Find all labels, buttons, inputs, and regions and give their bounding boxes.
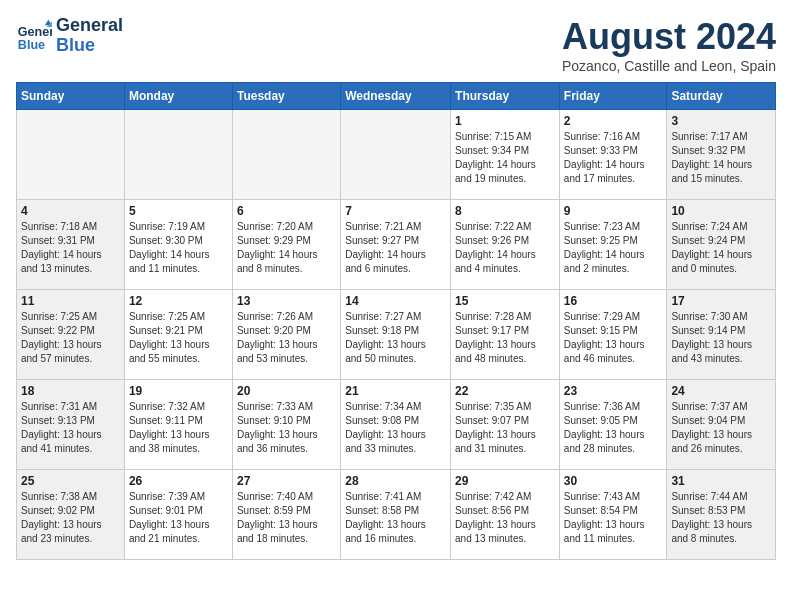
- weekday-header: Friday: [559, 83, 667, 110]
- day-info: Sunrise: 7:37 AM Sunset: 9:04 PM Dayligh…: [671, 400, 771, 456]
- calendar-cell: 25Sunrise: 7:38 AM Sunset: 9:02 PM Dayli…: [17, 470, 125, 560]
- calendar-cell: 21Sunrise: 7:34 AM Sunset: 9:08 PM Dayli…: [341, 380, 451, 470]
- day-number: 2: [564, 114, 663, 128]
- day-number: 1: [455, 114, 555, 128]
- day-number: 7: [345, 204, 446, 218]
- day-number: 12: [129, 294, 228, 308]
- calendar-cell: 4Sunrise: 7:18 AM Sunset: 9:31 PM Daylig…: [17, 200, 125, 290]
- day-number: 3: [671, 114, 771, 128]
- day-info: Sunrise: 7:17 AM Sunset: 9:32 PM Dayligh…: [671, 130, 771, 186]
- logo: General Blue General Blue: [16, 16, 123, 56]
- calendar-week-row: 25Sunrise: 7:38 AM Sunset: 9:02 PM Dayli…: [17, 470, 776, 560]
- day-info: Sunrise: 7:18 AM Sunset: 9:31 PM Dayligh…: [21, 220, 120, 276]
- day-number: 25: [21, 474, 120, 488]
- calendar-cell: 8Sunrise: 7:22 AM Sunset: 9:26 PM Daylig…: [451, 200, 560, 290]
- day-info: Sunrise: 7:42 AM Sunset: 8:56 PM Dayligh…: [455, 490, 555, 546]
- day-info: Sunrise: 7:23 AM Sunset: 9:25 PM Dayligh…: [564, 220, 663, 276]
- day-info: Sunrise: 7:34 AM Sunset: 9:08 PM Dayligh…: [345, 400, 446, 456]
- calendar-cell: 28Sunrise: 7:41 AM Sunset: 8:58 PM Dayli…: [341, 470, 451, 560]
- day-info: Sunrise: 7:20 AM Sunset: 9:29 PM Dayligh…: [237, 220, 336, 276]
- day-number: 6: [237, 204, 336, 218]
- weekday-header: Sunday: [17, 83, 125, 110]
- day-info: Sunrise: 7:41 AM Sunset: 8:58 PM Dayligh…: [345, 490, 446, 546]
- day-number: 9: [564, 204, 663, 218]
- day-info: Sunrise: 7:26 AM Sunset: 9:20 PM Dayligh…: [237, 310, 336, 366]
- day-info: Sunrise: 7:29 AM Sunset: 9:15 PM Dayligh…: [564, 310, 663, 366]
- day-number: 17: [671, 294, 771, 308]
- day-number: 5: [129, 204, 228, 218]
- calendar-cell: 7Sunrise: 7:21 AM Sunset: 9:27 PM Daylig…: [341, 200, 451, 290]
- day-info: Sunrise: 7:31 AM Sunset: 9:13 PM Dayligh…: [21, 400, 120, 456]
- calendar-cell: 27Sunrise: 7:40 AM Sunset: 8:59 PM Dayli…: [232, 470, 340, 560]
- day-number: 24: [671, 384, 771, 398]
- day-info: Sunrise: 7:36 AM Sunset: 9:05 PM Dayligh…: [564, 400, 663, 456]
- calendar-cell: 29Sunrise: 7:42 AM Sunset: 8:56 PM Dayli…: [451, 470, 560, 560]
- calendar-cell: 24Sunrise: 7:37 AM Sunset: 9:04 PM Dayli…: [667, 380, 776, 470]
- day-number: 10: [671, 204, 771, 218]
- calendar-cell: 12Sunrise: 7:25 AM Sunset: 9:21 PM Dayli…: [124, 290, 232, 380]
- weekday-header: Monday: [124, 83, 232, 110]
- day-number: 15: [455, 294, 555, 308]
- day-info: Sunrise: 7:27 AM Sunset: 9:18 PM Dayligh…: [345, 310, 446, 366]
- day-number: 30: [564, 474, 663, 488]
- day-number: 4: [21, 204, 120, 218]
- svg-text:Blue: Blue: [18, 37, 45, 51]
- day-info: Sunrise: 7:44 AM Sunset: 8:53 PM Dayligh…: [671, 490, 771, 546]
- day-info: Sunrise: 7:33 AM Sunset: 9:10 PM Dayligh…: [237, 400, 336, 456]
- day-info: Sunrise: 7:24 AM Sunset: 9:24 PM Dayligh…: [671, 220, 771, 276]
- day-info: Sunrise: 7:22 AM Sunset: 9:26 PM Dayligh…: [455, 220, 555, 276]
- location: Pozanco, Castille and Leon, Spain: [562, 58, 776, 74]
- calendar-cell: [341, 110, 451, 200]
- weekday-header-row: SundayMondayTuesdayWednesdayThursdayFrid…: [17, 83, 776, 110]
- weekday-header: Saturday: [667, 83, 776, 110]
- calendar-cell: 11Sunrise: 7:25 AM Sunset: 9:22 PM Dayli…: [17, 290, 125, 380]
- day-number: 13: [237, 294, 336, 308]
- day-info: Sunrise: 7:25 AM Sunset: 9:21 PM Dayligh…: [129, 310, 228, 366]
- calendar-cell: 5Sunrise: 7:19 AM Sunset: 9:30 PM Daylig…: [124, 200, 232, 290]
- calendar-cell: 14Sunrise: 7:27 AM Sunset: 9:18 PM Dayli…: [341, 290, 451, 380]
- calendar-cell: 9Sunrise: 7:23 AM Sunset: 9:25 PM Daylig…: [559, 200, 667, 290]
- calendar-cell: 1Sunrise: 7:15 AM Sunset: 9:34 PM Daylig…: [451, 110, 560, 200]
- calendar-cell: 18Sunrise: 7:31 AM Sunset: 9:13 PM Dayli…: [17, 380, 125, 470]
- calendar-cell: 30Sunrise: 7:43 AM Sunset: 8:54 PM Dayli…: [559, 470, 667, 560]
- weekday-header: Wednesday: [341, 83, 451, 110]
- day-number: 28: [345, 474, 446, 488]
- day-number: 11: [21, 294, 120, 308]
- calendar-cell: [232, 110, 340, 200]
- calendar-cell: [124, 110, 232, 200]
- day-number: 19: [129, 384, 228, 398]
- day-number: 18: [21, 384, 120, 398]
- day-info: Sunrise: 7:35 AM Sunset: 9:07 PM Dayligh…: [455, 400, 555, 456]
- day-info: Sunrise: 7:19 AM Sunset: 9:30 PM Dayligh…: [129, 220, 228, 276]
- calendar-cell: 19Sunrise: 7:32 AM Sunset: 9:11 PM Dayli…: [124, 380, 232, 470]
- day-number: 14: [345, 294, 446, 308]
- day-info: Sunrise: 7:30 AM Sunset: 9:14 PM Dayligh…: [671, 310, 771, 366]
- day-info: Sunrise: 7:15 AM Sunset: 9:34 PM Dayligh…: [455, 130, 555, 186]
- calendar-cell: 6Sunrise: 7:20 AM Sunset: 9:29 PM Daylig…: [232, 200, 340, 290]
- calendar-week-row: 4Sunrise: 7:18 AM Sunset: 9:31 PM Daylig…: [17, 200, 776, 290]
- calendar-cell: 22Sunrise: 7:35 AM Sunset: 9:07 PM Dayli…: [451, 380, 560, 470]
- day-number: 21: [345, 384, 446, 398]
- day-number: 8: [455, 204, 555, 218]
- calendar-cell: [17, 110, 125, 200]
- calendar-cell: 20Sunrise: 7:33 AM Sunset: 9:10 PM Dayli…: [232, 380, 340, 470]
- calendar-cell: 31Sunrise: 7:44 AM Sunset: 8:53 PM Dayli…: [667, 470, 776, 560]
- calendar-cell: 15Sunrise: 7:28 AM Sunset: 9:17 PM Dayli…: [451, 290, 560, 380]
- day-info: Sunrise: 7:25 AM Sunset: 9:22 PM Dayligh…: [21, 310, 120, 366]
- day-number: 26: [129, 474, 228, 488]
- day-info: Sunrise: 7:40 AM Sunset: 8:59 PM Dayligh…: [237, 490, 336, 546]
- month-title: August 2024: [562, 16, 776, 58]
- calendar-cell: 17Sunrise: 7:30 AM Sunset: 9:14 PM Dayli…: [667, 290, 776, 380]
- calendar-cell: 2Sunrise: 7:16 AM Sunset: 9:33 PM Daylig…: [559, 110, 667, 200]
- weekday-header: Tuesday: [232, 83, 340, 110]
- weekday-header: Thursday: [451, 83, 560, 110]
- day-info: Sunrise: 7:16 AM Sunset: 9:33 PM Dayligh…: [564, 130, 663, 186]
- day-info: Sunrise: 7:32 AM Sunset: 9:11 PM Dayligh…: [129, 400, 228, 456]
- header: General Blue General Blue August 2024 Po…: [16, 16, 776, 74]
- day-number: 31: [671, 474, 771, 488]
- day-number: 27: [237, 474, 336, 488]
- calendar-table: SundayMondayTuesdayWednesdayThursdayFrid…: [16, 82, 776, 560]
- logo-text: General Blue: [56, 16, 123, 56]
- day-info: Sunrise: 7:39 AM Sunset: 9:01 PM Dayligh…: [129, 490, 228, 546]
- day-info: Sunrise: 7:38 AM Sunset: 9:02 PM Dayligh…: [21, 490, 120, 546]
